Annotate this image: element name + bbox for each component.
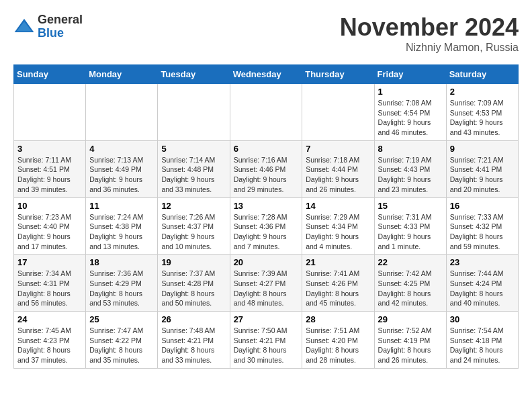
day-number: 13 xyxy=(234,201,299,211)
day-cell: 23Sunrise: 7:44 AM Sunset: 4:24 PM Dayli… xyxy=(446,255,518,312)
week-row-5: 24Sunrise: 7:45 AM Sunset: 4:23 PM Dayli… xyxy=(14,312,519,369)
day-header-thursday: Thursday xyxy=(302,65,374,84)
day-cell: 3Sunrise: 7:11 AM Sunset: 4:51 PM Daylig… xyxy=(14,140,86,197)
day-number: 4 xyxy=(89,144,154,154)
day-info: Sunrise: 7:26 AM Sunset: 4:37 PM Dayligh… xyxy=(161,212,226,252)
day-info: Sunrise: 7:44 AM Sunset: 4:24 PM Dayligh… xyxy=(450,269,515,308)
day-number: 14 xyxy=(306,201,370,211)
day-number: 7 xyxy=(306,144,370,154)
week-row-1: 1Sunrise: 7:08 AM Sunset: 4:54 PM Daylig… xyxy=(14,84,519,141)
day-number: 25 xyxy=(89,314,154,324)
day-cell: 22Sunrise: 7:42 AM Sunset: 4:25 PM Dayli… xyxy=(374,255,446,312)
day-cell: 29Sunrise: 7:52 AM Sunset: 4:19 PM Dayli… xyxy=(374,312,446,369)
day-number: 27 xyxy=(234,314,299,324)
day-number: 15 xyxy=(378,201,443,211)
day-cell: 8Sunrise: 7:19 AM Sunset: 4:43 PM Daylig… xyxy=(374,140,446,197)
day-cell: 11Sunrise: 7:24 AM Sunset: 4:38 PM Dayli… xyxy=(86,197,158,255)
header-row: SundayMondayTuesdayWednesdayThursdayFrid… xyxy=(14,65,519,84)
title-area: November 2024 Nizhniy Mamon, Russia xyxy=(340,13,519,54)
day-cell: 2Sunrise: 7:09 AM Sunset: 4:53 PM Daylig… xyxy=(446,84,518,141)
day-cell: 19Sunrise: 7:37 AM Sunset: 4:28 PM Dayli… xyxy=(158,255,230,312)
calendar-header: SundayMondayTuesdayWednesdayThursdayFrid… xyxy=(14,65,519,84)
day-cell: 28Sunrise: 7:51 AM Sunset: 4:20 PM Dayli… xyxy=(302,312,374,369)
day-header-saturday: Saturday xyxy=(446,65,518,84)
day-number: 20 xyxy=(234,257,299,267)
day-info: Sunrise: 7:50 AM Sunset: 4:21 PM Dayligh… xyxy=(234,326,299,365)
day-number: 5 xyxy=(161,144,226,154)
day-info: Sunrise: 7:36 AM Sunset: 4:29 PM Dayligh… xyxy=(89,269,154,308)
day-cell: 17Sunrise: 7:34 AM Sunset: 4:31 PM Dayli… xyxy=(14,255,86,312)
day-cell: 16Sunrise: 7:33 AM Sunset: 4:32 PM Dayli… xyxy=(446,197,518,255)
day-info: Sunrise: 7:52 AM Sunset: 4:19 PM Dayligh… xyxy=(378,326,443,365)
day-number: 12 xyxy=(161,201,226,211)
day-info: Sunrise: 7:33 AM Sunset: 4:32 PM Dayligh… xyxy=(450,212,515,252)
day-header-monday: Monday xyxy=(86,65,158,84)
day-cell: 10Sunrise: 7:23 AM Sunset: 4:40 PM Dayli… xyxy=(14,197,86,255)
day-info: Sunrise: 7:11 AM Sunset: 4:51 PM Dayligh… xyxy=(17,155,82,195)
logo-blue: Blue xyxy=(38,27,83,40)
day-number: 26 xyxy=(161,314,226,324)
location: Nizhniy Mamon, Russia xyxy=(340,42,519,54)
day-info: Sunrise: 7:51 AM Sunset: 4:20 PM Dayligh… xyxy=(306,326,370,365)
day-info: Sunrise: 7:14 AM Sunset: 4:48 PM Dayligh… xyxy=(161,155,226,195)
day-cell: 4Sunrise: 7:13 AM Sunset: 4:49 PM Daylig… xyxy=(86,140,158,197)
page-header: General Blue November 2024 Nizhniy Mamon… xyxy=(13,13,519,54)
week-row-2: 3Sunrise: 7:11 AM Sunset: 4:51 PM Daylig… xyxy=(14,140,519,197)
week-row-3: 10Sunrise: 7:23 AM Sunset: 4:40 PM Dayli… xyxy=(14,197,519,255)
day-info: Sunrise: 7:45 AM Sunset: 4:23 PM Dayligh… xyxy=(17,326,82,365)
day-number: 18 xyxy=(89,257,154,267)
day-cell: 9Sunrise: 7:21 AM Sunset: 4:41 PM Daylig… xyxy=(446,140,518,197)
day-header-tuesday: Tuesday xyxy=(158,65,230,84)
day-number: 21 xyxy=(306,257,370,267)
day-info: Sunrise: 7:16 AM Sunset: 4:46 PM Dayligh… xyxy=(234,155,299,195)
week-row-4: 17Sunrise: 7:34 AM Sunset: 4:31 PM Dayli… xyxy=(14,255,519,312)
logo-icon xyxy=(13,16,35,38)
day-cell: 5Sunrise: 7:14 AM Sunset: 4:48 PM Daylig… xyxy=(158,140,230,197)
day-cell: 6Sunrise: 7:16 AM Sunset: 4:46 PM Daylig… xyxy=(230,140,302,197)
day-number: 9 xyxy=(450,144,515,154)
day-info: Sunrise: 7:39 AM Sunset: 4:27 PM Dayligh… xyxy=(234,269,299,308)
day-cell: 12Sunrise: 7:26 AM Sunset: 4:37 PM Dayli… xyxy=(158,197,230,255)
day-info: Sunrise: 7:37 AM Sunset: 4:28 PM Dayligh… xyxy=(161,269,226,308)
day-number: 19 xyxy=(161,257,226,267)
day-info: Sunrise: 7:24 AM Sunset: 4:38 PM Dayligh… xyxy=(89,212,154,252)
day-number: 3 xyxy=(17,144,82,154)
day-cell xyxy=(158,84,230,141)
day-cell: 1Sunrise: 7:08 AM Sunset: 4:54 PM Daylig… xyxy=(374,84,446,141)
day-cell: 25Sunrise: 7:47 AM Sunset: 4:22 PM Dayli… xyxy=(86,312,158,369)
day-cell: 26Sunrise: 7:48 AM Sunset: 4:21 PM Dayli… xyxy=(158,312,230,369)
day-cell: 15Sunrise: 7:31 AM Sunset: 4:33 PM Dayli… xyxy=(374,197,446,255)
day-info: Sunrise: 7:08 AM Sunset: 4:54 PM Dayligh… xyxy=(378,98,443,138)
day-cell xyxy=(86,84,158,141)
day-cell: 13Sunrise: 7:28 AM Sunset: 4:36 PM Dayli… xyxy=(230,197,302,255)
day-cell: 24Sunrise: 7:45 AM Sunset: 4:23 PM Dayli… xyxy=(14,312,86,369)
day-info: Sunrise: 7:54 AM Sunset: 4:18 PM Dayligh… xyxy=(450,326,515,365)
day-info: Sunrise: 7:19 AM Sunset: 4:43 PM Dayligh… xyxy=(378,155,443,195)
logo-general: General xyxy=(38,13,83,27)
day-number: 17 xyxy=(17,257,82,267)
day-cell: 21Sunrise: 7:41 AM Sunset: 4:26 PM Dayli… xyxy=(302,255,374,312)
day-info: Sunrise: 7:21 AM Sunset: 4:41 PM Dayligh… xyxy=(450,155,515,195)
day-number: 1 xyxy=(378,87,443,97)
day-cell xyxy=(302,84,374,141)
day-info: Sunrise: 7:13 AM Sunset: 4:49 PM Dayligh… xyxy=(89,155,154,195)
day-number: 10 xyxy=(17,201,82,211)
day-cell: 7Sunrise: 7:18 AM Sunset: 4:44 PM Daylig… xyxy=(302,140,374,197)
day-info: Sunrise: 7:31 AM Sunset: 4:33 PM Dayligh… xyxy=(378,212,443,252)
day-info: Sunrise: 7:34 AM Sunset: 4:31 PM Dayligh… xyxy=(17,269,82,308)
day-number: 2 xyxy=(450,87,515,97)
day-info: Sunrise: 7:29 AM Sunset: 4:34 PM Dayligh… xyxy=(306,212,370,252)
day-number: 28 xyxy=(306,314,370,324)
day-number: 30 xyxy=(450,314,515,324)
day-header-friday: Friday xyxy=(374,65,446,84)
day-number: 11 xyxy=(89,201,154,211)
day-cell xyxy=(14,84,86,141)
day-info: Sunrise: 7:23 AM Sunset: 4:40 PM Dayligh… xyxy=(17,212,82,252)
day-info: Sunrise: 7:18 AM Sunset: 4:44 PM Dayligh… xyxy=(306,155,370,195)
day-cell: 14Sunrise: 7:29 AM Sunset: 4:34 PM Dayli… xyxy=(302,197,374,255)
day-cell: 27Sunrise: 7:50 AM Sunset: 4:21 PM Dayli… xyxy=(230,312,302,369)
day-number: 22 xyxy=(378,257,443,267)
day-number: 23 xyxy=(450,257,515,267)
day-cell: 20Sunrise: 7:39 AM Sunset: 4:27 PM Dayli… xyxy=(230,255,302,312)
day-number: 6 xyxy=(234,144,299,154)
